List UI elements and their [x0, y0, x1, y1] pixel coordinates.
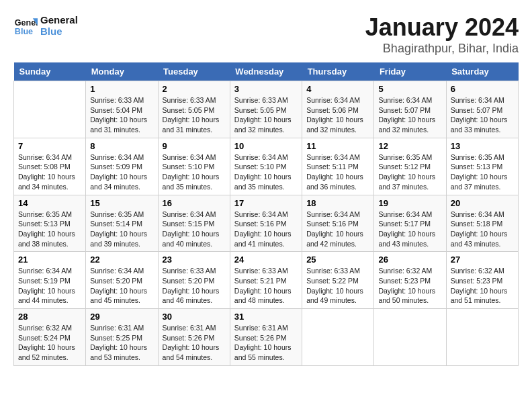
- day-info: Sunrise: 6:34 AM Sunset: 5:10 PM Dayligh…: [234, 152, 298, 192]
- calendar-cell: 16Sunrise: 6:34 AM Sunset: 5:15 PM Dayli…: [158, 195, 230, 252]
- calendar-cell: 1Sunrise: 6:33 AM Sunset: 5:04 PM Daylig…: [86, 81, 158, 138]
- calendar-cell: 18Sunrise: 6:34 AM Sunset: 5:16 PM Dayli…: [302, 195, 374, 252]
- day-number: 1: [90, 84, 153, 94]
- day-number: 13: [451, 141, 514, 151]
- calendar-cell: 23Sunrise: 6:33 AM Sunset: 5:20 PM Dayli…: [158, 252, 230, 309]
- title-block: January 2024 Bhagirathpur, Bihar, India: [365, 13, 519, 56]
- day-info: Sunrise: 6:34 AM Sunset: 5:11 PM Dayligh…: [306, 152, 369, 192]
- day-number: 3: [234, 84, 298, 94]
- day-info: Sunrise: 6:34 AM Sunset: 5:07 PM Dayligh…: [378, 95, 441, 135]
- day-number: 31: [234, 312, 298, 322]
- calendar-cell: [302, 309, 374, 366]
- day-info: Sunrise: 6:35 AM Sunset: 5:14 PM Dayligh…: [90, 210, 153, 249]
- header-monday: Monday: [86, 62, 158, 81]
- calendar-cell: 6Sunrise: 6:34 AM Sunset: 5:07 PM Daylig…: [446, 81, 518, 138]
- day-info: Sunrise: 6:33 AM Sunset: 5:21 PM Dayligh…: [234, 266, 298, 306]
- day-info: Sunrise: 6:34 AM Sunset: 5:16 PM Dayligh…: [306, 210, 369, 249]
- calendar-table: SundayMondayTuesdayWednesdayThursdayFrid…: [13, 62, 519, 366]
- day-number: 6: [451, 84, 514, 94]
- day-info: Sunrise: 6:35 AM Sunset: 5:12 PM Dayligh…: [378, 152, 441, 192]
- calendar-cell: 30Sunrise: 6:31 AM Sunset: 5:26 PM Dayli…: [158, 309, 230, 366]
- header-wednesday: Wednesday: [230, 62, 302, 81]
- calendar-cell: [374, 309, 446, 366]
- day-info: Sunrise: 6:34 AM Sunset: 5:17 PM Dayligh…: [378, 210, 441, 249]
- calendar-cell: [446, 309, 518, 366]
- week-row-3: 14Sunrise: 6:35 AM Sunset: 5:13 PM Dayli…: [14, 195, 519, 252]
- day-number: 28: [18, 312, 81, 322]
- day-info: Sunrise: 6:32 AM Sunset: 5:23 PM Dayligh…: [451, 266, 514, 306]
- day-number: 25: [306, 255, 369, 265]
- day-number: 9: [163, 141, 226, 151]
- day-number: 12: [378, 141, 441, 151]
- day-number: 2: [163, 84, 226, 94]
- day-info: Sunrise: 6:35 AM Sunset: 5:13 PM Dayligh…: [451, 152, 514, 192]
- day-info: Sunrise: 6:35 AM Sunset: 5:13 PM Dayligh…: [18, 210, 81, 249]
- day-info: Sunrise: 6:33 AM Sunset: 5:05 PM Dayligh…: [163, 95, 226, 135]
- day-number: 23: [163, 255, 226, 265]
- logo-icon: General Blue: [13, 13, 38, 38]
- day-number: 11: [306, 141, 369, 151]
- day-number: 10: [234, 141, 298, 151]
- calendar-cell: 3Sunrise: 6:33 AM Sunset: 5:05 PM Daylig…: [230, 81, 302, 138]
- calendar-cell: 13Sunrise: 6:35 AM Sunset: 5:13 PM Dayli…: [446, 138, 518, 195]
- calendar-cell: 14Sunrise: 6:35 AM Sunset: 5:13 PM Dayli…: [14, 195, 86, 252]
- day-number: 15: [90, 198, 153, 208]
- day-number: 27: [451, 255, 514, 265]
- logo-line1: General: [40, 14, 78, 26]
- calendar-cell: 12Sunrise: 6:35 AM Sunset: 5:12 PM Dayli…: [374, 138, 446, 195]
- day-number: 16: [163, 198, 226, 208]
- day-info: Sunrise: 6:34 AM Sunset: 5:19 PM Dayligh…: [18, 266, 81, 306]
- calendar-cell: 26Sunrise: 6:32 AM Sunset: 5:23 PM Dayli…: [374, 252, 446, 309]
- day-info: Sunrise: 6:33 AM Sunset: 5:22 PM Dayligh…: [306, 266, 369, 306]
- day-info: Sunrise: 6:34 AM Sunset: 5:10 PM Dayligh…: [163, 152, 226, 192]
- day-info: Sunrise: 6:33 AM Sunset: 5:05 PM Dayligh…: [234, 95, 298, 135]
- day-info: Sunrise: 6:31 AM Sunset: 5:25 PM Dayligh…: [90, 323, 153, 363]
- day-info: Sunrise: 6:32 AM Sunset: 5:23 PM Dayligh…: [378, 266, 441, 306]
- day-info: Sunrise: 6:34 AM Sunset: 5:07 PM Dayligh…: [451, 95, 514, 135]
- day-info: Sunrise: 6:34 AM Sunset: 5:06 PM Dayligh…: [306, 95, 369, 135]
- calendar-title: January 2024: [365, 13, 519, 42]
- calendar-cell: 27Sunrise: 6:32 AM Sunset: 5:23 PM Dayli…: [446, 252, 518, 309]
- calendar-cell: 29Sunrise: 6:31 AM Sunset: 5:25 PM Dayli…: [86, 309, 158, 366]
- day-number: 26: [378, 255, 441, 265]
- day-number: 19: [378, 198, 441, 208]
- svg-text:Blue: Blue: [15, 27, 33, 36]
- calendar-cell: 28Sunrise: 6:32 AM Sunset: 5:24 PM Dayli…: [14, 309, 86, 366]
- calendar-subtitle: Bhagirathpur, Bihar, India: [365, 42, 519, 56]
- week-row-5: 28Sunrise: 6:32 AM Sunset: 5:24 PM Dayli…: [14, 309, 519, 366]
- week-row-1: 1Sunrise: 6:33 AM Sunset: 5:04 PM Daylig…: [14, 81, 519, 138]
- calendar-cell: 22Sunrise: 6:34 AM Sunset: 5:20 PM Dayli…: [86, 252, 158, 309]
- calendar-cell: 25Sunrise: 6:33 AM Sunset: 5:22 PM Dayli…: [302, 252, 374, 309]
- calendar-cell: 8Sunrise: 6:34 AM Sunset: 5:09 PM Daylig…: [86, 138, 158, 195]
- day-info: Sunrise: 6:34 AM Sunset: 5:09 PM Dayligh…: [90, 152, 153, 192]
- calendar-cell: 15Sunrise: 6:35 AM Sunset: 5:14 PM Dayli…: [86, 195, 158, 252]
- day-number: 7: [18, 141, 81, 151]
- header-sunday: Sunday: [14, 62, 86, 81]
- day-number: 21: [18, 255, 81, 265]
- calendar-cell: [14, 81, 86, 138]
- calendar-header-row: SundayMondayTuesdayWednesdayThursdayFrid…: [14, 62, 519, 81]
- day-info: Sunrise: 6:34 AM Sunset: 5:18 PM Dayligh…: [451, 210, 514, 249]
- day-info: Sunrise: 6:31 AM Sunset: 5:26 PM Dayligh…: [234, 323, 298, 363]
- calendar-cell: 31Sunrise: 6:31 AM Sunset: 5:26 PM Dayli…: [230, 309, 302, 366]
- calendar-cell: 19Sunrise: 6:34 AM Sunset: 5:17 PM Dayli…: [374, 195, 446, 252]
- day-number: 24: [234, 255, 298, 265]
- week-row-2: 7Sunrise: 6:34 AM Sunset: 5:08 PM Daylig…: [14, 138, 519, 195]
- day-info: Sunrise: 6:34 AM Sunset: 5:20 PM Dayligh…: [90, 266, 153, 306]
- day-number: 5: [378, 84, 441, 94]
- day-number: 22: [90, 255, 153, 265]
- day-info: Sunrise: 6:34 AM Sunset: 5:16 PM Dayligh…: [234, 210, 298, 249]
- day-info: Sunrise: 6:32 AM Sunset: 5:24 PM Dayligh…: [18, 323, 81, 363]
- day-number: 18: [306, 198, 369, 208]
- logo: General Blue General Blue: [13, 13, 78, 38]
- calendar-cell: 24Sunrise: 6:33 AM Sunset: 5:21 PM Dayli…: [230, 252, 302, 309]
- day-number: 4: [306, 84, 369, 94]
- day-number: 29: [90, 312, 153, 322]
- day-info: Sunrise: 6:33 AM Sunset: 5:20 PM Dayligh…: [163, 266, 226, 306]
- day-number: 14: [18, 198, 81, 208]
- calendar-cell: 17Sunrise: 6:34 AM Sunset: 5:16 PM Dayli…: [230, 195, 302, 252]
- calendar-cell: 2Sunrise: 6:33 AM Sunset: 5:05 PM Daylig…: [158, 81, 230, 138]
- day-number: 8: [90, 141, 153, 151]
- calendar-cell: 5Sunrise: 6:34 AM Sunset: 5:07 PM Daylig…: [374, 81, 446, 138]
- day-info: Sunrise: 6:34 AM Sunset: 5:15 PM Dayligh…: [163, 210, 226, 249]
